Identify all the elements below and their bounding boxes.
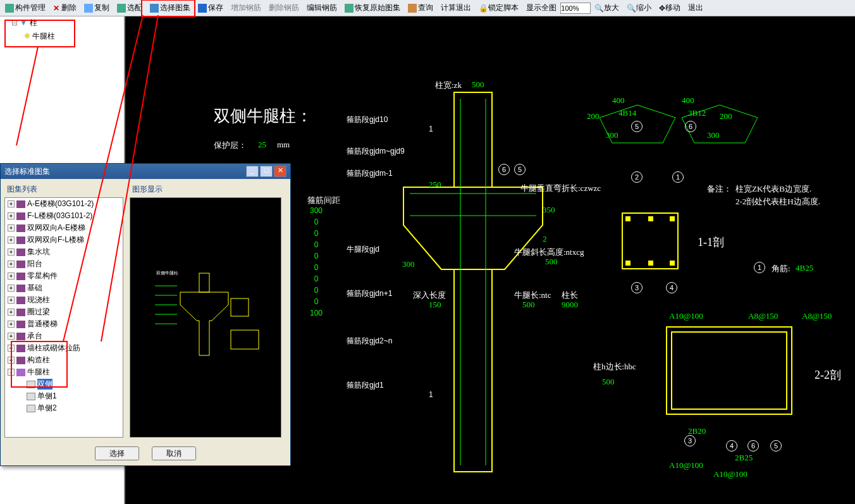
a8-150: A8@150 xyxy=(748,311,778,321)
save-button[interactable]: 保存 xyxy=(194,1,227,15)
stirrup-spacing-header: 箍筋间距 xyxy=(307,195,340,206)
select-atlas-button[interactable]: 选择图集 xyxy=(146,1,194,15)
tree-child[interactable]: ❋ 牛腿柱 xyxy=(0,30,124,43)
atlas-item[interactable]: +圈过梁 xyxy=(5,306,123,318)
lock-script-button[interactable]: 🔒锁定脚本 xyxy=(475,1,522,15)
delete-button[interactable]: ✕ 删除 xyxy=(49,1,80,15)
pan-button[interactable]: ✥移动 xyxy=(655,1,684,15)
book-icon xyxy=(16,297,25,304)
dialog-titlebar[interactable]: 选择标准图集 _ □ ✕ xyxy=(1,164,290,179)
spacing-cell: 100 xyxy=(310,309,323,320)
book-icon xyxy=(16,237,25,244)
collapse-icon[interactable]: - xyxy=(8,369,15,376)
spacing-cell: 0 xyxy=(310,297,323,309)
tree-root[interactable]: ⊟ ▼ 柱 xyxy=(0,16,124,30)
zoom-in-icon: 🔍 xyxy=(594,4,604,13)
add-rebar-button[interactable]: 增加钢筋 xyxy=(227,1,265,15)
atlas-tree[interactable]: +A-E楼梯(03G101-2)+F-L楼梯(03G101-2)+双网双向A-E… xyxy=(4,197,123,438)
expand-icon[interactable]: + xyxy=(8,237,15,243)
select-button[interactable]: 选配 xyxy=(113,1,146,15)
zoom-in-button[interactable]: 🔍放大 xyxy=(591,1,623,15)
expand-icon[interactable]: + xyxy=(8,297,15,304)
book-icon xyxy=(16,224,25,232)
spacing-cell: 0 xyxy=(310,263,323,274)
expand-icon[interactable]: + xyxy=(8,224,15,231)
s22-n6: 6 xyxy=(747,440,759,452)
close-button[interactable]: ✕ xyxy=(274,166,286,177)
atlas-preview: 双侧牛腿柱 xyxy=(130,197,281,438)
expand-icon[interactable]: + xyxy=(8,249,15,255)
page-icon xyxy=(27,393,35,400)
atlas-item[interactable]: +双网双向A-E楼梯 xyxy=(5,222,123,234)
expand-icon[interactable]: + xyxy=(8,212,15,219)
book-icon xyxy=(16,309,25,316)
sec1-node-5: 5 xyxy=(631,121,643,132)
atlas-item[interactable]: +F-L楼梯(03G101-2) xyxy=(5,210,123,222)
b2b25: 2B25 xyxy=(735,453,753,463)
restore-atlas-button[interactable]: 恢复原始图集 xyxy=(341,1,404,15)
expand-icon[interactable]: + xyxy=(8,357,15,364)
expand-icon[interactable]: + xyxy=(8,321,15,328)
gear-icon: ❋ xyxy=(24,32,30,40)
expand-icon[interactable]: + xyxy=(8,285,15,292)
book-icon xyxy=(16,249,25,256)
atlas-item[interactable]: +零星构件 xyxy=(5,270,123,282)
copy-button[interactable]: 复制 xyxy=(80,1,113,15)
query-button[interactable]: 查询 xyxy=(404,1,437,15)
maximize-button[interactable]: □ xyxy=(260,166,273,177)
expand-icon[interactable]: + xyxy=(8,345,15,352)
expand-icon[interactable]: + xyxy=(8,273,15,280)
spacing-cell: 300 xyxy=(310,206,323,218)
spacing-cell: 0 xyxy=(310,286,323,297)
s22-n5: 5 xyxy=(770,440,782,452)
atlas-item[interactable]: +A-E楼梯(03G101-2) xyxy=(5,198,123,210)
delete-rebar-button[interactable]: 删除钢筋 xyxy=(265,1,303,15)
cover-val: 25 xyxy=(258,140,266,150)
sec2-s1: 200 xyxy=(720,111,732,121)
atlas-child[interactable]: 双侧 xyxy=(5,378,123,390)
atlas-child[interactable]: 单侧1 xyxy=(5,390,123,402)
note-1: 柱宽ZK代表B边宽度. xyxy=(735,183,811,195)
section-1-1-box xyxy=(622,212,679,269)
calc-exit-button[interactable]: 计算退出 xyxy=(437,1,475,15)
spacing-cell: 0 xyxy=(310,252,323,263)
spacing-cell: 0 xyxy=(310,274,323,286)
a8-100: A10@100 xyxy=(669,460,703,470)
atlas-item[interactable]: +集水坑 xyxy=(5,246,123,258)
s11-n4: 4 xyxy=(666,282,677,293)
svg-rect-6 xyxy=(142,261,269,374)
book-icon xyxy=(16,261,25,268)
preview-thumb: 双侧牛腿柱 xyxy=(142,261,269,374)
atlas-item[interactable]: +阳台 xyxy=(5,258,123,270)
show-full-button[interactable]: 显示全图 xyxy=(522,1,560,15)
atlas-item[interactable]: +构造柱 xyxy=(5,354,123,366)
a10-100: A10@100 xyxy=(669,311,703,321)
edit-rebar-button[interactable]: 编辑钢筋 xyxy=(303,1,341,15)
atlas-item[interactable]: +基础 xyxy=(5,282,123,294)
sec1-s1: 200 xyxy=(587,111,600,121)
atlas-item[interactable]: +墙柱或砌体拉筋 xyxy=(5,342,123,354)
atlas-item[interactable]: +普通楼梯 xyxy=(5,318,123,330)
expand-icon[interactable]: + xyxy=(8,309,15,316)
expand-icon[interactable]: + xyxy=(8,261,15,267)
sec1-w: 400 xyxy=(612,95,625,106)
component-mgmt-button[interactable]: 构件管理 xyxy=(1,1,49,15)
select-confirm-button[interactable]: 选择 xyxy=(95,446,139,460)
s22-n3: 3 xyxy=(684,435,696,446)
expand-icon[interactable]: + xyxy=(8,200,15,207)
zoom-out-icon: 🔍 xyxy=(627,4,636,13)
exit-button[interactable]: 退出 xyxy=(684,1,707,15)
dim-250: 250 xyxy=(429,180,441,190)
cover-label: 保护层： xyxy=(214,140,247,151)
atlas-item[interactable]: +双网双向F-L楼梯 xyxy=(5,234,123,246)
zoom-out-button[interactable]: 🔍缩小 xyxy=(623,1,655,15)
expand-icon[interactable]: + xyxy=(8,333,15,340)
cancel-button[interactable]: 取消 xyxy=(152,446,196,460)
atlas-item-open[interactable]: -牛腿柱 xyxy=(5,366,123,378)
atlas-item[interactable]: +现浇柱 xyxy=(5,294,123,306)
minimize-button[interactable]: _ xyxy=(246,166,259,177)
atlas-child[interactable]: 单侧2 xyxy=(5,402,123,414)
zoom-input[interactable] xyxy=(560,3,591,14)
atlas-item[interactable]: +承台 xyxy=(5,330,123,342)
pan-icon: ✥ xyxy=(659,4,665,13)
